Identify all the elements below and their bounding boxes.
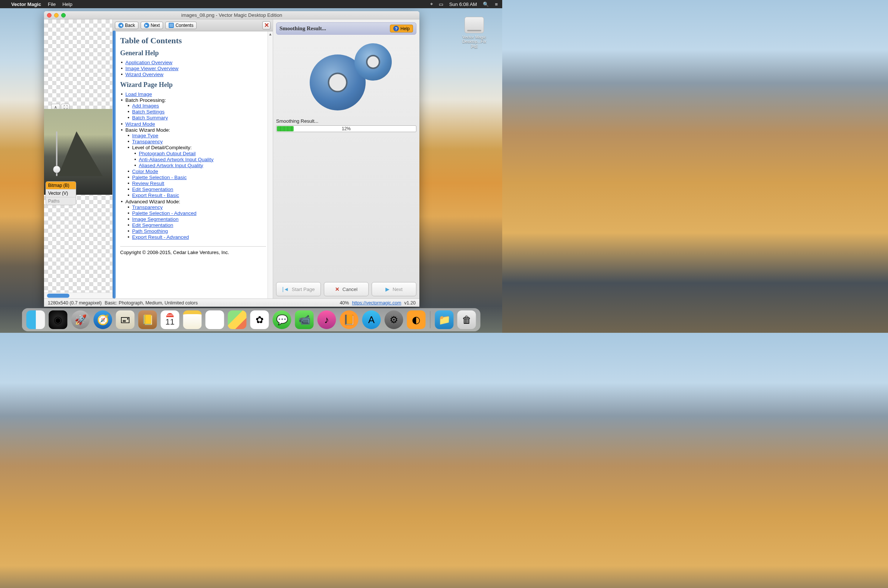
cancel-button[interactable]: ✕ Cancel [324,282,369,296]
start-page-icon: |◄ [282,286,289,292]
dock-appstore[interactable]: A [362,310,381,329]
dock: ◉ 🚀 🧭 🖃 📒 MAR 11 ✿ 💬 📹 ♪ 📙 A ⚙ ◐ 📁 🗑 [22,308,481,331]
status-url-link[interactable]: https://vectormagic.com [352,300,401,306]
link-image-viewer-overview[interactable]: Image Viewer Overview [125,66,178,71]
progress-label: Smoothing Result... [276,118,416,124]
dock-maps[interactable] [228,310,247,329]
dock-messages[interactable]: 💬 [273,310,291,329]
dock-itunes[interactable]: ♪ [318,310,336,329]
link-wizard-mode[interactable]: Wizard Mode [125,121,155,127]
dock-siri[interactable]: ◉ [49,310,68,329]
paths-toggle[interactable]: Paths [46,197,76,205]
desktop-icon-label: Vector Magic Desktop...Fix [kg] [459,35,489,48]
dock-finder[interactable] [27,310,45,329]
dock-trash[interactable]: 🗑 [458,310,476,329]
next-label: Next [393,286,403,292]
cancel-label: Cancel [342,286,357,292]
dock-facetime[interactable]: 📹 [295,310,314,329]
link-color-mode[interactable]: Color Mode [132,169,158,174]
link-edit-segmentation[interactable]: Edit Segmentation [132,186,173,192]
help-contents-button[interactable]: Contents [165,22,196,29]
menubar: Vector Magic File Help ⌖ ▭ Sun 6:08 AM 🔍… [0,0,502,8]
next-button[interactable]: ▶ Next [372,282,416,296]
link-transparency[interactable]: Transparency [132,139,163,144]
statusbar: 1280x540 (0.7 megapixel) Basic: Photogra… [44,298,419,307]
zoom-window-button[interactable] [61,13,66,18]
dock-mail[interactable]: 🖃 [116,310,135,329]
status-mode: Basic: Photograph, Medium, Unlimited col… [105,300,198,306]
dock-ibooks[interactable]: 📙 [340,310,358,329]
dock-reminders[interactable] [206,310,224,329]
link-aliased-artwork-quality[interactable]: Aliased Artwork Input Quality [139,163,203,168]
dock-calendar[interactable]: MAR 11 [161,310,180,329]
link-batch-summary[interactable]: Batch Summary [132,115,168,120]
zoom-slider-thumb[interactable] [53,166,60,173]
link-image-type[interactable]: Image Type [132,133,158,138]
hscroll-thumb[interactable] [47,294,69,298]
status-zoom: 40% [339,300,349,306]
help-toolbar: ◄ Back ► Next Contents ✕ [112,20,273,32]
link-wizard-overview[interactable]: Wizard Overview [125,72,164,77]
link-image-segmentation[interactable]: Image Segmentation [132,216,179,222]
dock-downloads[interactable]: 📁 [435,310,454,329]
dock-photos[interactable]: ✿ [250,310,269,329]
help-menu[interactable]: Help [62,2,72,7]
link-application-overview[interactable]: Application Overview [125,60,172,65]
help-content: Table of Contents General Help Applicati… [112,32,273,298]
cursor-icon[interactable]: ⌖ [430,1,433,7]
gears-graphic [276,38,416,116]
help-icon: ? [393,26,399,32]
spotlight-icon[interactable]: 🔍 [483,2,489,7]
link-photo-output-detail[interactable]: Photograph Output Detail [139,151,195,156]
cal-day: 11 [165,317,174,327]
help-back-button[interactable]: ◄ Back [115,22,138,29]
close-window-button[interactable] [47,13,51,18]
link-path-smoothing[interactable]: Path Smoothing [132,228,168,234]
link-load-image[interactable]: Load Image [125,92,152,97]
app-window: images_08.png - Vector Magic Desktop Edi… [44,11,419,307]
help-close-button[interactable]: ✕ [262,21,270,30]
cancel-icon: ✕ [335,286,339,292]
start-page-label: Start Page [292,286,315,292]
dock-sysprefs[interactable]: ⚙ [385,310,404,329]
app-menu[interactable]: Vector Magic [11,2,41,7]
link-export-advanced[interactable]: Export Result - Advanced [132,234,189,240]
airplay-icon[interactable]: ▭ [439,2,443,7]
viewer-hscrollbar[interactable] [44,292,112,298]
link-adv-transparency[interactable]: Transparency [132,204,163,210]
contents-icon [169,23,174,28]
link-aa-artwork-quality[interactable]: Anti-Aliased Artwork Input Quality [139,157,213,162]
general-help-heading: General Help [120,49,266,57]
link-adv-edit-segmentation[interactable]: Edit Segmentation [132,222,173,228]
wizard-panel: Smoothing Result... ? Help Smoothing Res… [273,20,419,298]
clock[interactable]: Sun 6:08 AM [449,2,477,7]
minimize-window-button[interactable] [54,13,58,18]
vector-toggle[interactable]: Vector (V) [46,189,76,197]
next-icon: ► [144,23,149,28]
image-canvas[interactable]: ∧ ⛶ < ✥ > ∨ [44,20,112,292]
link-add-images[interactable]: Add Images [132,103,159,109]
dock-launchpad[interactable]: 🚀 [71,310,90,329]
wizard-actions: |◄ Start Page ✕ Cancel ▶ Next [276,282,416,296]
wizard-help-button[interactable]: ? Help [390,25,413,33]
link-export-basic[interactable]: Export Result - Basic [132,192,179,198]
titlebar[interactable]: images_08.png - Vector Magic Desktop Edi… [44,11,419,20]
scroll-up-icon[interactable]: ▲ [268,32,273,37]
dock-safari[interactable]: 🧭 [94,310,112,329]
wizard-header: Smoothing Result... ? Help [276,22,416,35]
link-batch-settings[interactable]: Batch Settings [132,109,165,114]
menu-extras-icon[interactable]: ≡ [495,2,498,7]
bitmap-toggle[interactable]: Bitmap (B) [46,182,76,189]
dock-contacts[interactable]: 📒 [138,310,157,329]
link-palette-advanced[interactable]: Palette Selection - Advanced [132,210,196,216]
link-review-result[interactable]: Review Result [132,181,164,186]
help-next-button[interactable]: ► Next [141,22,164,29]
start-page-button[interactable]: |◄ Start Page [276,282,321,296]
file-menu[interactable]: File [48,2,56,7]
help-vscrollbar[interactable]: ▲ [267,32,273,298]
link-palette-basic[interactable]: Palette Selection - Basic [132,175,186,180]
dock-vectormagic[interactable]: ◐ [407,310,426,329]
dock-notes[interactable] [183,310,202,329]
status-version: v1.20 [404,300,416,306]
desktop-disk-icon[interactable]: Vector Magic Desktop...Fix [kg] [459,17,489,48]
